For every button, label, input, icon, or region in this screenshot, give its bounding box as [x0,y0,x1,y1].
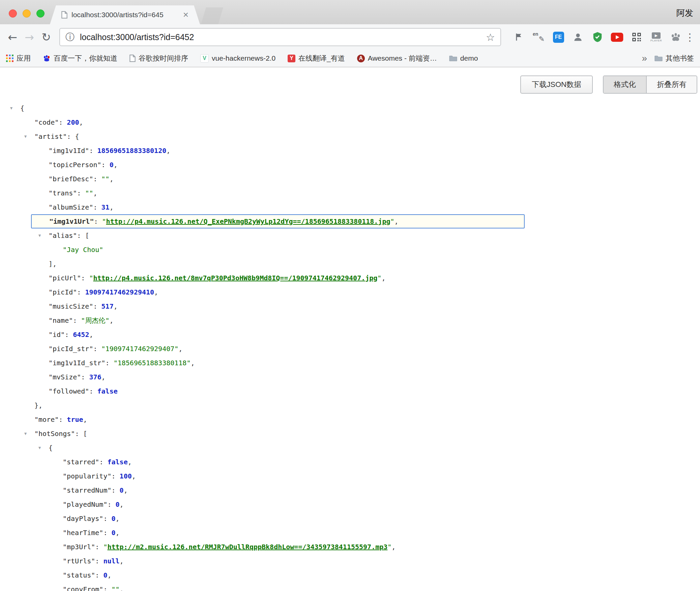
user-silhouette-icon[interactable] [571,30,585,44]
json-link[interactable]: http://p4.music.126.net/8mv7qP30Pd3oHW8b… [93,274,377,282]
bookmark-item[interactable]: AAwesomes - 前端资… [357,54,437,63]
collapse-caret-icon[interactable]: ▼ [38,228,41,243]
json-line: ▼"hotSongs": [ [0,427,700,441]
tab-strip: localhost:3000/artists?id=645 × 阿发 [0,0,700,24]
view-mode-segment: 格式化 折叠所有 [603,75,697,94]
awesomes-icon: A [357,55,365,62]
json-toolbar: 下载JSON数据 格式化 折叠所有 [0,67,700,94]
qr-code-icon[interactable] [630,30,643,44]
json-line: ▼"alias": [ [0,228,700,243]
json-line: ▼{ [0,101,700,115]
minimize-window-button[interactable] [23,9,31,18]
forward-button [21,28,38,46]
flag-icon[interactable] [513,30,526,44]
bookmark-star-icon[interactable] [486,31,495,43]
vue-icon: V [200,54,209,63]
json-line: "popularity": 100, [0,469,700,483]
bookmark-item[interactable]: 谷歌按时间排序 [129,54,188,63]
json-line: "mvSize": 376, [0,370,700,384]
zoom-window-button[interactable] [36,9,45,18]
folder-icon [654,55,663,62]
collapse-caret-icon[interactable]: ▼ [24,427,27,441]
page-icon [129,55,136,62]
json-line: "picId": 19097417462929410, [0,285,700,299]
fe-helper-icon[interactable]: FE [552,30,565,44]
apps-grid-icon [6,55,13,62]
bookmark-item[interactable]: 应用 [6,54,31,63]
baidu-icon [43,55,51,62]
folder-icon [449,55,457,62]
json-line: ], [0,257,700,271]
window-controls [9,9,45,18]
back-button[interactable] [4,28,21,46]
collapse-all-button[interactable]: 折叠所有 [646,76,697,93]
collapse-caret-icon[interactable]: ▼ [24,129,27,144]
json-line: "rtUrls": null, [0,554,700,568]
bookmark-item[interactable]: Vvue-hackernews-2.0 [200,54,275,63]
json-line: "img1v1Url": "http://p4.music.126.net/Q_… [31,214,525,228]
bookmark-label: vue-hackernews-2.0 [212,54,275,62]
paw-icon[interactable] [669,30,682,44]
json-line: "copyFrom": "", [0,582,700,591]
other-bookmarks-folder[interactable]: 其他书签 [654,54,694,63]
bookmark-item[interactable]: 百度一下，你就知道 [43,54,117,63]
browser-toolbar: localhost:3000/artists?id=6452 en✎FE▶PLA… [0,24,700,50]
youdao-icon: Y [288,55,295,62]
download-json-button[interactable]: 下载JSON数据 [520,75,593,94]
address-bar[interactable]: localhost:3000/artists?id=6452 [59,28,501,46]
bookmark-label: 在线翻译_有道 [298,54,345,63]
translate-pen-icon[interactable]: en✎ [532,30,546,44]
extensions-area: en✎FE▶PLAYER [513,30,684,44]
json-line: "more": true, [0,412,700,427]
json-link[interactable]: http://p4.music.126.net/Q_ExePNkmgB2yWyL… [106,217,390,225]
close-window-button[interactable] [9,9,17,18]
format-button[interactable]: 格式化 [604,76,646,93]
tab-close-icon[interactable]: × [183,10,188,20]
json-line: "starredNum": 0, [0,483,700,497]
bookmarks-right: 其他书签 [642,53,694,64]
json-line: "picId_str": "19097417462929407", [0,342,700,356]
json-line: "topicPerson": 0, [0,158,700,172]
bookmarks-overflow-icon[interactable] [642,53,647,64]
json-line: "Jay Chou" [0,243,700,257]
json-line: "name": "周杰伦", [0,313,700,328]
new-tab-button[interactable] [201,7,223,24]
json-line: ▼"artist": { [0,129,700,144]
bookmark-label: Awesomes - 前端资… [368,54,437,63]
browser-menu-icon[interactable] [684,30,696,44]
json-line: "starred": false, [0,455,700,469]
tab-title: localhost:3000/artists?id=645 [71,11,179,19]
browser-tab[interactable]: localhost:3000/artists?id=645 × [50,5,200,24]
bookmark-item[interactable]: demo [449,54,478,62]
bookmark-label: 应用 [17,54,31,63]
player-icon[interactable]: ▶PLAYER [649,30,663,44]
json-line: "mp3Url": "http://m2.music.126.net/RMJR7… [0,540,700,554]
youtube-icon[interactable] [610,30,624,44]
bookmark-label: 谷歌按时间排序 [139,54,188,63]
site-info-icon[interactable] [65,31,75,43]
json-link[interactable]: http://m2.music.126.net/RMJR7wDullRqppBk… [107,543,387,551]
page-content: 下载JSON数据 格式化 折叠所有 ▼{"code": 200,▼"artist… [0,67,700,591]
reload-button[interactable] [38,28,55,46]
bookmark-label: 百度一下，你就知道 [54,54,117,63]
shield-icon[interactable] [591,30,604,44]
bookmark-label: 其他书签 [666,54,694,63]
json-line: }, [0,398,700,412]
page-icon [61,11,67,19]
json-view: ▼{"code": 200,▼"artist": {"img1v1Id": 18… [0,101,700,591]
bookmarks-list: 应用百度一下，你就知道谷歌按时间排序Vvue-hackernews-2.0Y在线… [6,54,478,63]
json-line: "trans": "", [0,186,700,200]
json-line: ▼{ [0,441,700,455]
json-line: "hearTime": 0, [0,526,700,540]
json-line: "picUrl": "http://p4.music.126.net/8mv7q… [0,271,700,285]
bookmark-item[interactable]: Y在线翻译_有道 [288,54,345,63]
json-line: "albumSize": 31, [0,200,700,214]
json-line: "img1v1Id_str": "18569651883380118", [0,356,700,370]
json-line: "dayPlays": 0, [0,511,700,526]
json-line: "id": 6452, [0,328,700,342]
collapse-caret-icon[interactable]: ▼ [10,101,12,115]
collapse-caret-icon[interactable]: ▼ [38,441,41,455]
json-line: "code": 200, [0,115,700,129]
url-text[interactable]: localhost:3000/artists?id=6452 [80,32,486,42]
profile-name: 阿发 [676,7,693,19]
